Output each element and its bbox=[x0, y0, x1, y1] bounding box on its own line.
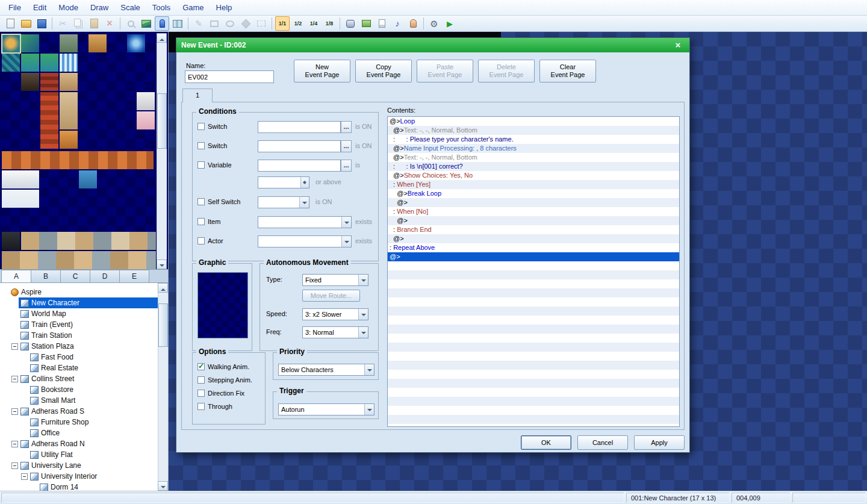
tree-item[interactable]: Dorm 14 bbox=[0, 482, 158, 491]
event-command-line[interactable]: : Branch End bbox=[388, 225, 679, 234]
tree-collapse-icon[interactable] bbox=[11, 460, 19, 471]
palette-scrollbar[interactable] bbox=[157, 33, 167, 269]
scroll-down-icon[interactable] bbox=[158, 481, 168, 491]
tree-item[interactable]: Bookstore bbox=[0, 384, 158, 395]
tree-item[interactable]: Utility Flat bbox=[0, 449, 158, 460]
checkbox-stepping-anim-[interactable] bbox=[197, 376, 205, 384]
new-file-icon[interactable] bbox=[3, 16, 17, 31]
menu-mode[interactable]: Mode bbox=[52, 1, 84, 14]
menu-file[interactable]: File bbox=[2, 1, 27, 14]
variable-value-stepper[interactable] bbox=[258, 176, 309, 188]
playtest-icon[interactable]: ▶ bbox=[443, 16, 457, 31]
zoom-1-2-icon[interactable]: 1/2 bbox=[291, 16, 305, 31]
switch2-browse-button[interactable]: ... bbox=[341, 140, 352, 152]
checkbox-walking-anim-[interactable] bbox=[197, 363, 205, 370]
scrollbar-thumb[interactable] bbox=[158, 303, 168, 347]
event-mode-icon[interactable] bbox=[155, 16, 169, 31]
event-command-line[interactable]: @>Break Loop bbox=[388, 189, 679, 198]
tree-item[interactable]: University Interior bbox=[0, 471, 158, 482]
tree-collapse-icon[interactable] bbox=[11, 373, 19, 384]
actor-select[interactable] bbox=[258, 235, 352, 247]
tree-item[interactable]: Station Plaza bbox=[0, 341, 158, 352]
save-icon[interactable] bbox=[34, 16, 49, 31]
tree-item[interactable]: World Map bbox=[0, 308, 158, 319]
event-command-line[interactable]: : Repeat Above bbox=[388, 243, 679, 252]
event-page-tab-1[interactable]: 1 bbox=[182, 89, 213, 102]
menu-game[interactable]: Game bbox=[176, 1, 210, 14]
menu-edit[interactable]: Edit bbox=[27, 1, 52, 14]
stepper-arrows-icon[interactable] bbox=[300, 177, 309, 188]
checkbox-direction-fix[interactable] bbox=[197, 390, 205, 397]
movement-freq-select[interactable]: 3: Normal bbox=[302, 326, 368, 338]
materials-icon[interactable] bbox=[359, 16, 373, 31]
item-checkbox[interactable] bbox=[197, 218, 205, 225]
movement-speed-select[interactable]: 3: x2 Slower bbox=[302, 308, 368, 320]
ok-button[interactable]: OK bbox=[521, 435, 571, 450]
scrollbar-thumb[interactable] bbox=[157, 93, 167, 149]
tree-item[interactable]: Train (Event) bbox=[0, 319, 158, 330]
database-icon[interactable] bbox=[343, 16, 358, 31]
tree-item[interactable]: Small Mart bbox=[0, 395, 158, 406]
palette-tab-e[interactable]: E bbox=[119, 270, 149, 282]
variable-input[interactable] bbox=[258, 160, 341, 172]
scrollbar-track[interactable] bbox=[158, 293, 168, 481]
tree-item[interactable]: Aspire bbox=[0, 287, 158, 297]
event-command-line[interactable]: @> bbox=[388, 216, 679, 225]
scrollbar-track[interactable] bbox=[157, 43, 167, 260]
self-switch-select[interactable] bbox=[258, 196, 309, 208]
options-gear-icon[interactable]: ⚙ bbox=[427, 16, 441, 31]
tree-collapse-icon[interactable] bbox=[20, 471, 28, 482]
apply-button[interactable]: Apply bbox=[634, 435, 685, 450]
item-select[interactable] bbox=[258, 216, 352, 228]
tree-collapse-icon[interactable] bbox=[11, 406, 19, 417]
event-command-line[interactable]: @>Text: -, -, Normal, Bottom bbox=[388, 153, 679, 162]
switch2-checkbox[interactable] bbox=[197, 142, 205, 149]
tree-item[interactable]: Train Station bbox=[0, 330, 158, 341]
variable-checkbox[interactable] bbox=[197, 161, 205, 169]
tree-item[interactable]: Furniture Shop bbox=[0, 417, 158, 428]
event-command-line[interactable]: : When [Yes] bbox=[388, 180, 679, 189]
priority-select[interactable]: Below Characters bbox=[278, 364, 374, 376]
clear-event-page-button[interactable]: ClearEvent Page bbox=[539, 60, 596, 82]
copy-event-page-button[interactable]: CopyEvent Page bbox=[355, 60, 412, 82]
event-command-line[interactable]: @>Show Choices: Yes, No bbox=[388, 171, 679, 180]
region-mode-icon[interactable] bbox=[170, 16, 185, 31]
event-command-line[interactable]: : : Is \n[001] correct? bbox=[388, 162, 679, 171]
tree-scrollbar[interactable] bbox=[158, 283, 168, 491]
switch1-checkbox[interactable] bbox=[197, 123, 205, 130]
zoom-1-8-icon[interactable]: 1/8 bbox=[322, 16, 337, 31]
trigger-select[interactable]: Autorun bbox=[278, 403, 374, 415]
menu-tools[interactable]: Tools bbox=[146, 1, 176, 14]
palette-tab-b[interactable]: B bbox=[31, 270, 61, 282]
tree-item[interactable]: Adheras Road N bbox=[0, 438, 158, 449]
event-graphic-preview[interactable] bbox=[197, 272, 248, 338]
self-switch-checkbox[interactable] bbox=[197, 198, 205, 205]
dialog-titlebar[interactable]: New Event - ID:002 × bbox=[176, 38, 689, 52]
event-command-line[interactable]: @> bbox=[388, 198, 679, 207]
actor-checkbox[interactable] bbox=[197, 237, 205, 244]
new-event-page-button[interactable]: NewEvent Page bbox=[294, 60, 350, 82]
cancel-button[interactable]: Cancel bbox=[577, 435, 628, 450]
scroll-up-icon[interactable] bbox=[157, 33, 167, 43]
event-command-line[interactable]: @>Name Input Processing: , 8 characters bbox=[388, 144, 679, 153]
checkbox-through[interactable] bbox=[197, 403, 205, 410]
zoom-1-4-icon[interactable]: 1/4 bbox=[306, 16, 321, 31]
palette-tab-c[interactable]: C bbox=[60, 270, 90, 282]
map-mode-icon[interactable] bbox=[139, 16, 154, 31]
sound-test-icon[interactable]: ♪ bbox=[390, 16, 405, 31]
menu-scale[interactable]: Scale bbox=[114, 1, 146, 14]
tree-item[interactable]: University Lane bbox=[0, 460, 158, 471]
tree-item[interactable]: Collins Street bbox=[0, 373, 158, 384]
tree-collapse-icon[interactable] bbox=[11, 341, 19, 352]
tree-item[interactable]: Real Estate bbox=[0, 362, 158, 373]
open-folder-icon[interactable] bbox=[19, 16, 33, 31]
event-command-line[interactable]: : : Please type your character's name. bbox=[388, 135, 679, 144]
scroll-down-icon[interactable] bbox=[157, 260, 167, 269]
zoom-1-1-icon[interactable]: 1/1 bbox=[275, 16, 290, 31]
menu-draw[interactable]: Draw bbox=[84, 1, 114, 14]
event-command-line[interactable]: @> bbox=[387, 252, 679, 261]
variable-browse-button[interactable]: ... bbox=[341, 160, 352, 172]
tileset-palette[interactable] bbox=[1, 33, 156, 269]
tree-collapse-icon[interactable] bbox=[11, 438, 19, 449]
event-command-line[interactable]: @>Loop bbox=[388, 117, 679, 126]
